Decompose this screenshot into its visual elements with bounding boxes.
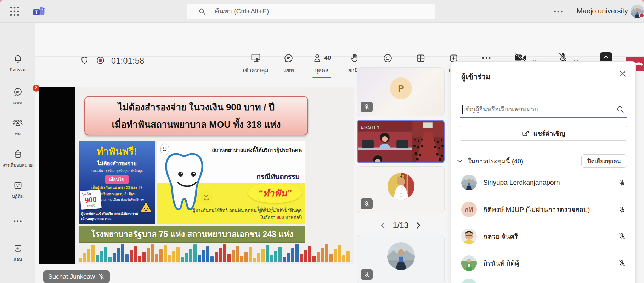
search-icon: [617, 106, 624, 113]
chat-icon: [13, 87, 23, 97]
avatar-photo: [388, 173, 414, 200]
sidebar-item-calendar[interactable]: ปฏิทิน: [0, 180, 35, 200]
meeting-chat-button[interactable]: แชท: [272, 52, 305, 76]
mascot-icon: [140, 201, 152, 215]
panel-title: ผู้เข้าร่วม: [461, 71, 491, 82]
chat-bubble-icon: [283, 52, 294, 64]
tile-mic-muted-badge: [361, 269, 373, 280]
video-strip-pager: 1/13: [357, 219, 445, 231]
speaker-video: ERSITY: [358, 121, 444, 162]
participant-mic-muted-icon[interactable]: [618, 233, 626, 240]
backpack-icon: [13, 149, 23, 159]
take-control-button[interactable]: เข้าควบคุม: [239, 52, 272, 76]
take-control-icon: [250, 52, 261, 64]
participant-row[interactable]: ฉลวย จันศรี: [451, 223, 635, 250]
svg-text:ERSITY: ERSITY: [361, 125, 380, 130]
sidebar-more-button[interactable]: [0, 218, 35, 224]
sidebar-item-assignments[interactable]: งานที่มอบหมาย: [0, 149, 35, 169]
teams-meeting-window: Maejo university กิจกรรม: [0, 0, 644, 283]
pager-previous-icon[interactable]: [380, 222, 385, 229]
avatar: [461, 255, 477, 271]
meeting-timer: 01:01:58: [111, 56, 145, 66]
apps-plus-icon: [13, 243, 23, 253]
sidebar-item-apps[interactable]: แอป: [0, 243, 35, 263]
teams-people-icon: [12, 118, 23, 127]
active-speaker-video-tile[interactable]: ERSITY: [357, 120, 445, 163]
participant-row[interactable]: Siriyupa Lerdkanjanaporn: [451, 169, 635, 196]
dental-bubble: “ทำฟัน”: [248, 183, 302, 203]
participant-mic-muted-icon[interactable]: [618, 179, 626, 186]
account-name[interactable]: Maejo university: [577, 7, 628, 15]
share-invite-icon: [522, 129, 530, 137]
share-invite-button[interactable]: แชร์คำเชิญ: [460, 126, 627, 141]
invite-input-wrap: [460, 101, 627, 118]
more-dots-icon: [13, 220, 22, 223]
sidebar-item-chat[interactable]: 2 แชท: [0, 87, 35, 106]
bell-icon: [13, 54, 23, 64]
avatar-initial: P: [390, 77, 412, 99]
search-input[interactable]: [215, 7, 435, 15]
teams-logo-icon: [33, 6, 45, 17]
avatar-photo: [387, 242, 415, 270]
presentation-slide: ไม่ต้องสำรองจ่าย ในวงเงิน 900 บาท / ปี เ…: [75, 87, 354, 264]
slide-footer-bar: โรงพยาบาลรัฐบาล 75 แห่ง สถานพยาบาลเอกชน …: [79, 226, 305, 243]
participant-row[interactable]: กM กิติพงษ์ MJUP (ไม่ผ่านการตรวจสอบ): [451, 196, 635, 223]
equalizer-bars: [79, 244, 352, 262]
participant-tile-photo[interactable]: [357, 166, 445, 213]
top-bar: Maejo university: [0, 0, 644, 23]
slide-banner: ไม่ต้องสำรองจ่าย ในวงเงิน 900 บาท / ปี เ…: [84, 96, 308, 135]
people-count: 40: [324, 54, 331, 62]
close-icon[interactable]: [619, 70, 626, 79]
pager-position: 1/13: [393, 221, 409, 230]
app-launcher-icon[interactable]: [9, 6, 20, 17]
sidebar-item-activity[interactable]: กิจกรรม: [0, 54, 35, 74]
raise-hand-icon: [350, 52, 360, 64]
presenter-name-pill: Suchat Junkeaw: [43, 270, 110, 283]
participants-panel: ผู้เข้าร่วม แชร์คำเชิญ ในการประชุมนี้ (4…: [451, 61, 636, 283]
calendar-icon: [13, 180, 23, 190]
participant-mic-muted-icon[interactable]: [618, 206, 626, 213]
slide-poster-left: ทำฟันฟรี! ไม่ต้องสำรองจ่าย • ถอนฟัน • อุ…: [79, 142, 155, 224]
mute-all-button[interactable]: ปิดเสียงทุกคน: [581, 154, 627, 168]
meeting-security-shield-icon[interactable]: [80, 56, 89, 66]
slide-poster-right: สถานพยาบาลแห่งนี้ให้บริการผู้ประกันตน กร…: [157, 142, 305, 224]
topbar-more-options-icon[interactable]: [553, 7, 565, 16]
global-search: [187, 4, 435, 19]
text-caret: [462, 105, 463, 114]
avatar: [461, 175, 477, 190]
participants-list: Siriyupa Lerdkanjanaporn กM กิติพงษ์ MJU…: [451, 169, 635, 277]
participant-tile-photo[interactable]: [357, 235, 445, 283]
participant-tile-initial[interactable]: P: [357, 67, 445, 116]
tile-mic-muted-badge: [361, 102, 373, 112]
sidebar-item-teams[interactable]: ทีม: [0, 118, 35, 137]
recording-indicator-icon: [96, 56, 105, 66]
person-icon: 40: [312, 52, 331, 64]
app-sidebar: กิจกรรม 2 แชท ทีม: [0, 23, 35, 283]
chat-unread-badge: 2: [33, 85, 40, 92]
chevron-down-icon[interactable]: [457, 158, 462, 164]
search-icon: [199, 8, 205, 15]
presence-busy-dot: [639, 13, 644, 18]
in-meeting-section-header: ในการประชุมนี้ (40) ปิดเสียงทุกคน: [457, 154, 627, 168]
people-button[interactable]: 40 บุคคล: [305, 52, 338, 76]
price-tag: ไม่เกิน 900 บาท/ปี: [80, 190, 102, 210]
tooth-mascot-icon: [162, 149, 215, 217]
avatar: [461, 229, 477, 244]
pager-next-icon[interactable]: [416, 222, 421, 229]
participant-mic-muted-icon[interactable]: [618, 260, 626, 267]
panel-divider: [451, 92, 635, 92]
tile-mic-muted-badge: [361, 198, 373, 209]
avatar-initials: กM: [461, 202, 477, 217]
avatar: [461, 279, 477, 283]
invite-input[interactable]: [463, 106, 617, 113]
meeting-toolbar: 01:01:58 เข้าควบคุม: [35, 23, 644, 57]
presenter-name: Suchat Junkeaw: [48, 273, 95, 281]
shared-screen-stage[interactable]: ไม่ต้องสำรองจ่าย ในวงเงิน 900 บาท / ปี เ…: [39, 87, 354, 264]
view-grid-icon: [416, 52, 426, 64]
participant-row[interactable]: ถิรนันท์ กิติคู้: [451, 250, 635, 277]
mic-muted-icon: [98, 273, 105, 280]
poster-left-footer: ผู้ประกันตนเข้ารับบริการกรณีทันตกรรม เดื…: [81, 211, 138, 221]
smiley-icon: [383, 52, 393, 64]
